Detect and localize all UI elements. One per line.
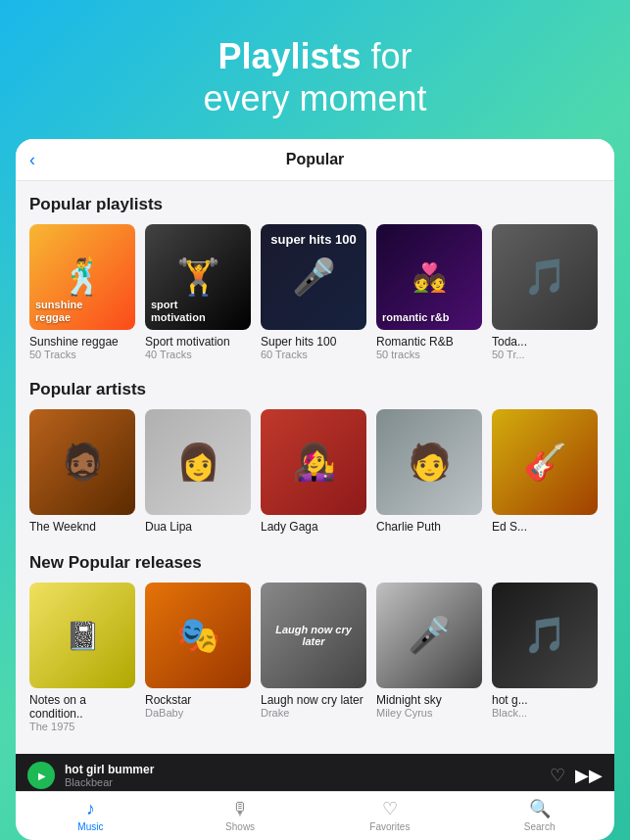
- playlist-tracks: 50 tracks: [376, 349, 482, 360]
- playlists-row: 🕺 sunshinereggae Sunshine reggae 50 Trac…: [29, 224, 601, 360]
- section-playlists-title: Popular playlists: [29, 195, 601, 214]
- artist-name: The Weeknd: [29, 520, 135, 534]
- section-artists-title: Popular artists: [29, 380, 601, 399]
- playlist-thumb-sunshine: 🕺 sunshinereggae: [29, 224, 135, 330]
- playlist-overlay-label: romantic r&b: [382, 311, 476, 324]
- list-item[interactable]: 🎸 Ed S...: [492, 409, 598, 534]
- list-item[interactable]: 🎤 super hits 100 Super hits 100 60 Track…: [261, 224, 366, 360]
- list-item[interactable]: 🎤 Midnight sky Miley Cyrus: [376, 583, 482, 732]
- list-item[interactable]: Laugh now cry later Laugh now cry later …: [261, 583, 366, 732]
- playlist-thumb-sport: 🏋️ sportmotivation: [145, 224, 251, 330]
- section-artists: Popular artists 🧔🏾 The Weeknd 👩 Dua Lipa: [16, 366, 614, 539]
- release-name: Midnight sky: [376, 693, 482, 707]
- page-title: Popular: [286, 151, 345, 168]
- playlist-tracks: 40 Tracks: [145, 349, 251, 360]
- playlist-thumb-romantic: 💑 romantic r&b: [376, 224, 482, 330]
- playlist-name: Sunshine reggae: [29, 335, 135, 349]
- playlist-tracks: 50 Tr...: [492, 349, 598, 360]
- next-button[interactable]: ▶▶: [575, 765, 603, 786]
- playlist-name: Super hits 100: [261, 335, 366, 349]
- artists-row: 🧔🏾 The Weeknd 👩 Dua Lipa 👩‍🎤 Lady Gaga: [29, 409, 601, 534]
- playlist-thumb-superhits: 🎤 super hits 100: [261, 224, 366, 330]
- heart-button[interactable]: ♡: [550, 765, 565, 786]
- playlist-thumb-today: 🎵: [492, 224, 598, 330]
- list-item[interactable]: 💑 romantic r&b Romantic R&B 50 tracks: [376, 224, 482, 360]
- section-releases: New Popular releases 📓 Notes on a condit…: [16, 539, 614, 738]
- artist-thumb-weeknd: 🧔🏾: [29, 409, 135, 515]
- release-name: Notes on a condition..: [29, 693, 135, 721]
- artist-name: Charlie Puth: [376, 520, 482, 534]
- play-button[interactable]: [27, 762, 55, 789]
- list-item[interactable]: 🏋️ sportmotivation Sport motivation 40 T…: [145, 224, 251, 360]
- artist-name: Ed S...: [492, 520, 598, 534]
- playlist-name: Romantic R&B: [376, 335, 482, 349]
- list-item[interactable]: 👩‍🎤 Lady Gaga: [261, 409, 366, 534]
- card-header: ‹ Popular: [16, 139, 614, 181]
- list-item[interactable]: 🎵 hot g... Black...: [492, 583, 598, 732]
- release-artist: DaBaby: [145, 707, 251, 719]
- list-item[interactable]: 🕺 sunshinereggae Sunshine reggae 50 Trac…: [29, 224, 135, 360]
- player-info: hot girl bummer Blackbear: [65, 763, 540, 788]
- release-thumb-laugh: Laugh now cry later: [261, 583, 366, 688]
- list-item[interactable]: 🎭 Rockstar DaBaby: [145, 583, 251, 732]
- playlist-tracks: 50 Tracks: [29, 349, 135, 360]
- release-artist: Drake: [261, 707, 366, 719]
- back-button[interactable]: ‹: [29, 150, 35, 170]
- list-item[interactable]: 🧔🏾 The Weeknd: [29, 409, 135, 534]
- app-card: ‹ Popular Popular playlists 🕺 sunshinere…: [16, 139, 614, 795]
- playlist-overlay-label: sunshinereggae: [35, 299, 129, 324]
- hero-title-normal: for: [362, 36, 412, 76]
- list-item[interactable]: 🎵 Toda... 50 Tr...: [492, 224, 598, 360]
- section-releases-title: New Popular releases: [29, 553, 601, 573]
- releases-row: 📓 Notes on a condition.. The 1975 🎭 Rock…: [29, 583, 601, 732]
- release-name: Rockstar: [145, 693, 251, 707]
- release-name: Laugh now cry later: [261, 693, 366, 707]
- artist-name: Dua Lipa: [145, 520, 251, 534]
- hero-title: Playlists for every moment: [20, 35, 610, 119]
- artist-thumb-eds: 🎸: [492, 409, 598, 515]
- artist-thumb-charlieputh: 🧑: [376, 409, 482, 515]
- playlist-name: Toda...: [492, 335, 598, 349]
- artist-name: Lady Gaga: [261, 520, 366, 534]
- release-thumb-hot: 🎵: [492, 583, 598, 688]
- player-bar: hot girl bummer Blackbear ♡ ▶▶: [16, 754, 614, 795]
- list-item[interactable]: 🧑 Charlie Puth: [376, 409, 482, 534]
- release-artist: Miley Cyrus: [376, 707, 482, 719]
- release-artist: Black...: [492, 707, 598, 719]
- list-item[interactable]: 📓 Notes on a condition.. The 1975: [29, 583, 135, 732]
- tab-bar: ♪ Music 🎙 Shows ♡ Favorites 🔍 Search: [16, 791, 614, 795]
- hero-title-bold: Playlists: [218, 36, 361, 76]
- release-name: hot g...: [492, 693, 598, 707]
- player-artist: Blackbear: [65, 776, 540, 788]
- hero-title-line2: every moment: [203, 78, 426, 118]
- playlist-tracks: 60 Tracks: [261, 349, 366, 360]
- card-content[interactable]: Popular playlists 🕺 sunshinereggae Sunsh…: [16, 181, 614, 795]
- artist-thumb-ladygaga: 👩‍🎤: [261, 409, 366, 515]
- playlist-name: Sport motivation: [145, 335, 251, 349]
- list-item[interactable]: 👩 Dua Lipa: [145, 409, 251, 534]
- artist-thumb-dualipa: 👩: [145, 409, 251, 515]
- release-thumb-notes: 📓: [29, 583, 135, 688]
- release-artist: The 1975: [29, 721, 135, 732]
- section-playlists: Popular playlists 🕺 sunshinereggae Sunsh…: [16, 181, 614, 366]
- player-track: hot girl bummer: [65, 763, 540, 776]
- hero-section: Playlists for every moment: [0, 0, 630, 139]
- playlist-overlay-label: sportmotivation: [151, 299, 245, 324]
- release-thumb-midnight: 🎤: [376, 583, 482, 688]
- release-thumb-rockstar: 🎭: [145, 583, 251, 688]
